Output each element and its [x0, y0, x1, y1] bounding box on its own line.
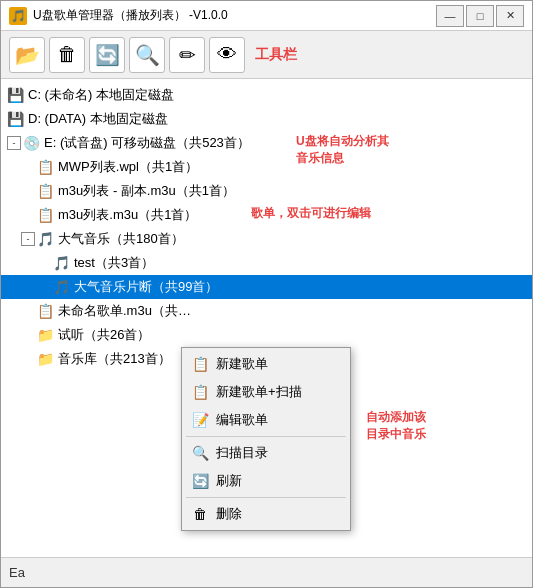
expand-daqiyinyue[interactable]: -: [21, 232, 35, 246]
delete-button[interactable]: 🗑: [49, 37, 85, 73]
folder-music-icon: 🎵: [37, 231, 54, 247]
tree-item-label: 试听（共26首）: [58, 326, 150, 344]
ctx-edit-playlist[interactable]: 📝 编辑歌单: [182, 406, 350, 434]
playlist-icon: 📋: [37, 159, 54, 175]
ctx-new-playlist[interactable]: 📋 新建歌单: [182, 350, 350, 378]
scan-button[interactable]: 🔍: [129, 37, 165, 73]
scan-dir-icon: 🔍: [190, 443, 210, 463]
bottom-bar: Ea: [1, 557, 532, 587]
drive-icon: 💾: [7, 111, 24, 127]
context-menu: 📋 新建歌单 📋 新建歌单+扫描 📝 编辑歌单 🔍 扫描目录: [181, 347, 351, 531]
window-controls: — □ ✕: [436, 5, 524, 27]
ctx-new-playlist-scan-label: 新建歌单+扫描: [216, 383, 302, 401]
ctx-divider-1: [186, 436, 346, 437]
ctx-refresh-label: 刷新: [216, 472, 242, 490]
tree-item-label: 音乐库（共213首）: [58, 350, 171, 368]
view-button[interactable]: 👁: [209, 37, 245, 73]
edit-icon: ✏: [179, 43, 196, 67]
refresh-button[interactable]: 🔄: [89, 37, 125, 73]
tree-item-test[interactable]: 🎵 test（共3首）: [1, 251, 532, 275]
ctx-divider-2: [186, 497, 346, 498]
ctx-delete-label: 删除: [216, 505, 242, 523]
tree-item-label: 大气音乐（共180首）: [58, 230, 184, 248]
ctx-scan-dir[interactable]: 🔍 扫描目录: [182, 439, 350, 467]
edit-button[interactable]: ✏: [169, 37, 205, 73]
tree-item-unnamed[interactable]: 📋 未命名歌单.m3u（共…: [1, 299, 532, 323]
tree-item-shiting[interactable]: 📁 试听（共26首）: [1, 323, 532, 347]
tree-item-e-drive[interactable]: - 💿 E: (试音盘) 可移动磁盘（共523首）: [1, 131, 532, 155]
tree-panel[interactable]: 💾 C: (未命名) 本地固定磁盘 💾 D: (DATA) 本地固定磁盘 - 💿…: [1, 79, 532, 557]
tree-item-label: m3u列表.m3u（共1首）: [58, 206, 197, 224]
playlist-icon: 📋: [37, 183, 54, 199]
ctx-refresh-icon: 🔄: [190, 471, 210, 491]
window-title: U盘歌单管理器（播放列表） -V1.0.0: [33, 7, 436, 24]
removable-drive-icon: 💿: [23, 135, 40, 151]
tree-item-label: MWP列表.wpl（共1首）: [58, 158, 198, 176]
tree-item-label: D: (DATA) 本地固定磁盘: [28, 110, 168, 128]
tree-item-mwp[interactable]: 📋 MWP列表.wpl（共1首）: [1, 155, 532, 179]
music-icon: 🎵: [53, 255, 70, 271]
view-icon: 👁: [217, 43, 237, 66]
playlist-icon: 📋: [37, 207, 54, 223]
tree-item-c-drive[interactable]: 💾 C: (未命名) 本地固定磁盘: [1, 83, 532, 107]
tree-item-label: 大气音乐片断（共99首）: [74, 278, 218, 296]
ctx-new-playlist-scan[interactable]: 📋 新建歌单+扫描: [182, 378, 350, 406]
tree-item-d-drive[interactable]: 💾 D: (DATA) 本地固定磁盘: [1, 107, 532, 131]
folder-icon: 📁: [37, 327, 54, 343]
title-bar: 🎵 U盘歌单管理器（播放列表） -V1.0.0 — □ ✕: [1, 1, 532, 31]
maximize-button[interactable]: □: [466, 5, 494, 27]
new-playlist-icon: 📋: [190, 354, 210, 374]
minimize-button[interactable]: —: [436, 5, 464, 27]
ctx-delete[interactable]: 🗑 删除: [182, 500, 350, 528]
tree-item-label: 未命名歌单.m3u（共…: [58, 302, 191, 320]
ctx-edit-playlist-label: 编辑歌单: [216, 411, 268, 429]
main-window: 🎵 U盘歌单管理器（播放列表） -V1.0.0 — □ ✕ 📂 🗑 🔄 🔍 ✏: [0, 0, 533, 588]
edit-playlist-icon: 📝: [190, 410, 210, 430]
tree-item-daqiyinyue[interactable]: - 🎵 大气音乐（共180首）: [1, 227, 532, 251]
ctx-refresh[interactable]: 🔄 刷新: [182, 467, 350, 495]
close-button[interactable]: ✕: [496, 5, 524, 27]
annotation-auto-add: 自动添加该 目录中音乐: [366, 409, 426, 443]
new-playlist-scan-icon: 📋: [190, 382, 210, 402]
tree-item-label: E: (试音盘) 可移动磁盘（共523首）: [44, 134, 250, 152]
playlist-icon: 📋: [37, 303, 54, 319]
tree-item-label: test（共3首）: [74, 254, 154, 272]
tree-item-m3u-sub[interactable]: 📋 m3u列表 - 副本.m3u（共1首）: [1, 179, 532, 203]
delete-icon: 🗑: [57, 43, 77, 66]
ctx-scan-dir-label: 扫描目录: [216, 444, 268, 462]
content-area: 💾 C: (未命名) 本地固定磁盘 💾 D: (DATA) 本地固定磁盘 - 💿…: [1, 79, 532, 557]
bottom-text: Ea: [9, 565, 25, 580]
folder-icon: 📁: [37, 351, 54, 367]
tree-item-label: C: (未命名) 本地固定磁盘: [28, 86, 174, 104]
tree-item-m3u-main[interactable]: 📋 m3u列表.m3u（共1首）: [1, 203, 532, 227]
expand-e-drive[interactable]: -: [7, 136, 21, 150]
open-icon: 📂: [15, 43, 40, 67]
scan-icon: 🔍: [135, 43, 160, 67]
drive-icon: 💾: [7, 87, 24, 103]
refresh-icon: 🔄: [95, 43, 120, 67]
toolbar: 📂 🗑 🔄 🔍 ✏ 👁 工具栏: [1, 31, 532, 79]
tree-item-label: m3u列表 - 副本.m3u（共1首）: [58, 182, 235, 200]
open-button[interactable]: 📂: [9, 37, 45, 73]
music-icon: 🎵: [53, 279, 70, 295]
toolbar-label: 工具栏: [255, 46, 297, 64]
tree-item-daqipianDuan[interactable]: 🎵 大气音乐片断（共99首）: [1, 275, 532, 299]
ctx-new-playlist-label: 新建歌单: [216, 355, 268, 373]
app-icon: 🎵: [9, 7, 27, 25]
ctx-delete-icon: 🗑: [190, 504, 210, 524]
